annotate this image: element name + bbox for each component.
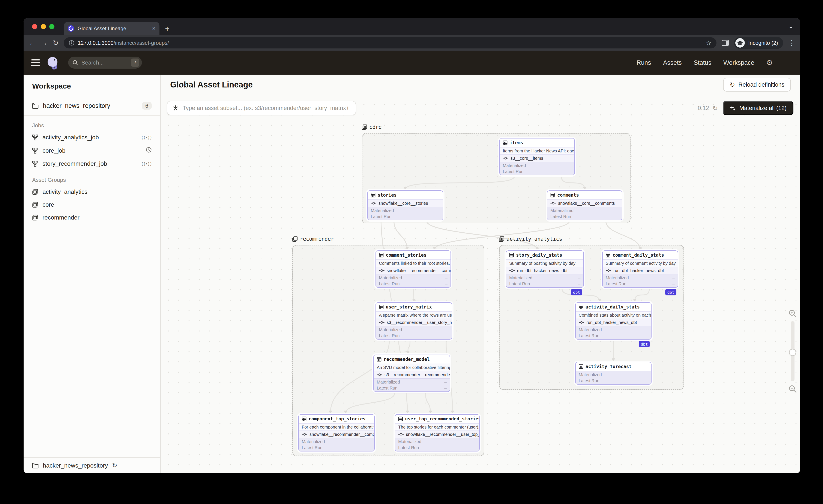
lineage-canvas[interactable]: Type an asset subset... (ex: s3/recommen… [161, 95, 800, 473]
bookmark-star-icon[interactable]: ☆ [706, 39, 711, 46]
nav-link-workspace[interactable]: Workspace [723, 59, 755, 66]
asset-node-story_daily_stats[interactable]: story_daily_statsSummary of posting acti… [506, 250, 584, 288]
asset-group-name: activity_analytics [42, 188, 88, 195]
tab-search-chevron-icon[interactable]: ⌄ [789, 23, 793, 30]
asset-description: Summary of posting activity by day [506, 260, 584, 267]
asset-node-user_story_matrix[interactable]: user_story_matrixA sparse matrix where t… [375, 302, 452, 340]
job-name: story_recommender_job [42, 160, 107, 167]
asset-op-key: snowflake__recommender__componen... [299, 431, 374, 438]
asset-node-user_top_recommended_stories[interactable]: user_top_recommended_storiesThe top stor… [395, 414, 480, 452]
screen: Global Asset Lineage × + ⌄ ← → ↻ 127.0.0… [0, 0, 823, 504]
zoom-out-icon[interactable] [789, 385, 796, 393]
asset-group-label[interactable]: recommender [292, 236, 334, 242]
sidebar-asset-group-core[interactable]: core [24, 198, 160, 211]
op-icon [379, 321, 384, 324]
lineage-toolbar: Type an asset subset... (ex: s3/recommen… [167, 101, 793, 115]
op-icon [503, 156, 508, 160]
asset-groups-section-label: Asset Groups [24, 170, 160, 185]
sidebar-asset-group-recommender[interactable]: recommender [24, 211, 160, 224]
sensor-icon[interactable]: ((•)) [141, 135, 152, 140]
asset-node-comment_daily_stats[interactable]: comment_daily_statsSummary of comment ac… [602, 250, 678, 288]
asset-group-icon [32, 189, 38, 195]
asset-group-label[interactable]: core [361, 124, 382, 130]
sidebar-job-core_job[interactable]: core_job [24, 144, 160, 157]
asset-stats: Materialized– Latest Run– [368, 207, 443, 220]
sidebar-title: Workspace [24, 74, 160, 96]
sidebar-repo-row[interactable]: hacker_news_repository 6 [24, 96, 160, 116]
materialize-all-button[interactable]: Materialize all (12) [723, 101, 793, 115]
folder-icon [32, 463, 39, 468]
incognito-icon [735, 38, 745, 47]
asset-op-key: run_dbt_hacker_news_dbt [603, 267, 678, 274]
asset-node-comment_stories[interactable]: comment_storiesComments linked to their … [375, 250, 451, 288]
forward-icon[interactable]: → [41, 39, 47, 46]
asset-stats: Materialized– Latest Run– [576, 326, 651, 339]
minimize-window-button[interactable] [41, 24, 46, 29]
refresh-icon[interactable]: ↻ [712, 105, 718, 112]
asset-op-key: snowflake__recommender__user_top_reco... [395, 431, 479, 438]
nav-link-runs[interactable]: Runs [637, 59, 651, 66]
global-search-input[interactable]: Search... / [68, 56, 142, 68]
asset-op-key: s3__recommender__user_story_matrix [376, 319, 452, 326]
asset-node-comments[interactable]: commentssnowflake__core__comments Materi… [547, 190, 622, 220]
asset-stats: Materialized– Latest Run– [376, 274, 451, 287]
settings-gear-icon[interactable]: ⚙ [767, 58, 773, 67]
incognito-label: Incognito (2) [748, 40, 778, 46]
sidebar-asset-group-activity_analytics[interactable]: activity_analytics [24, 185, 160, 198]
asset-op-key: snowflake__core__comments [547, 199, 622, 207]
dagster-logo [46, 56, 59, 69]
asset-group-label[interactable]: activity_analytics [499, 236, 562, 242]
table-icon [579, 364, 584, 369]
reload-definitions-button[interactable]: ↻ Reload definitions [723, 78, 791, 92]
op-icon [302, 433, 307, 436]
schedule-clock-icon[interactable] [146, 147, 152, 154]
asset-node-activity_daily_stats[interactable]: activity_daily_statsCombined stats about… [575, 302, 652, 340]
folder-icon [32, 103, 39, 109]
asset-stats: Materialized– Latest Run– [299, 438, 374, 451]
asset-description: Items from the Hacker News API: each is … [500, 147, 574, 154]
asset-subset-filter-input[interactable]: Type an asset subset... (ex: s3/recommen… [167, 101, 356, 115]
sidebar-job-story_recommender_job[interactable]: story_recommender_job((•)) [24, 157, 160, 170]
nav-link-assets[interactable]: Assets [663, 59, 682, 66]
site-info-icon[interactable] [69, 40, 74, 46]
asset-description: Combined stats about activity on each da… [576, 311, 651, 319]
tab-close-icon[interactable]: × [152, 25, 156, 31]
reload-icon[interactable]: ↻ [53, 39, 58, 46]
asset-title: recommender_model [374, 355, 450, 364]
zoom-in-icon[interactable] [789, 310, 796, 317]
op-icon [509, 269, 515, 273]
zoom-controls [789, 310, 796, 393]
repo-count-badge: 6 [142, 102, 152, 110]
asset-stats: Materialized– Latest Run– [506, 274, 584, 287]
table-icon [503, 140, 507, 145]
new-tab-button[interactable]: + [165, 25, 170, 33]
asset-group-icon [32, 202, 38, 208]
zoom-window-button[interactable] [49, 24, 54, 29]
asset-node-component_top_stories[interactable]: component_top_storiesFor each component … [298, 414, 375, 452]
zoom-slider[interactable] [791, 321, 795, 381]
nav-link-status[interactable]: Status [694, 59, 711, 66]
tab-favicon-dagster-icon [68, 25, 74, 32]
page-title: Global Asset Lineage [170, 80, 253, 90]
asset-node-items[interactable]: itemsItems from the Hacker News API: eac… [499, 138, 575, 175]
dbt-badge: dbt [665, 289, 676, 295]
sidebar-footer-repo[interactable]: hacker_news_repository ↻ [24, 457, 160, 473]
back-icon[interactable]: ← [29, 39, 36, 46]
asset-title: activity_daily_stats [576, 303, 651, 311]
sidebar-job-activity_analytics_job[interactable]: activity_analytics_job((•)) [24, 131, 160, 144]
asset-node-recommender_model[interactable]: recommender_modelAn SVD model for collab… [373, 355, 450, 392]
reload-repo-icon[interactable]: ↻ [112, 462, 117, 469]
zoom-slider-knob[interactable] [789, 349, 796, 356]
hamburger-menu-icon[interactable] [31, 59, 40, 66]
job-name: activity_analytics_job [42, 134, 99, 141]
asset-title: user_top_recommended_stories [395, 414, 479, 423]
asset-node-stories[interactable]: storiessnowflake__core__stories Material… [367, 190, 443, 220]
asset-node-activity_forecast[interactable]: activity_forecast Materialized– Latest R… [575, 362, 652, 384]
address-bar[interactable]: 127.0.0.1:3000/instance/asset-groups/ ☆ [64, 37, 716, 48]
side-panel-icon[interactable] [721, 40, 729, 46]
sensor-icon[interactable]: ((•)) [141, 161, 152, 166]
browser-tab[interactable]: Global Asset Lineage × [64, 22, 159, 35]
close-window-button[interactable] [32, 24, 37, 29]
asset-stats: Materialized– Latest Run– [374, 378, 450, 391]
browser-menu-kebab-icon[interactable]: ⋮ [788, 39, 795, 46]
